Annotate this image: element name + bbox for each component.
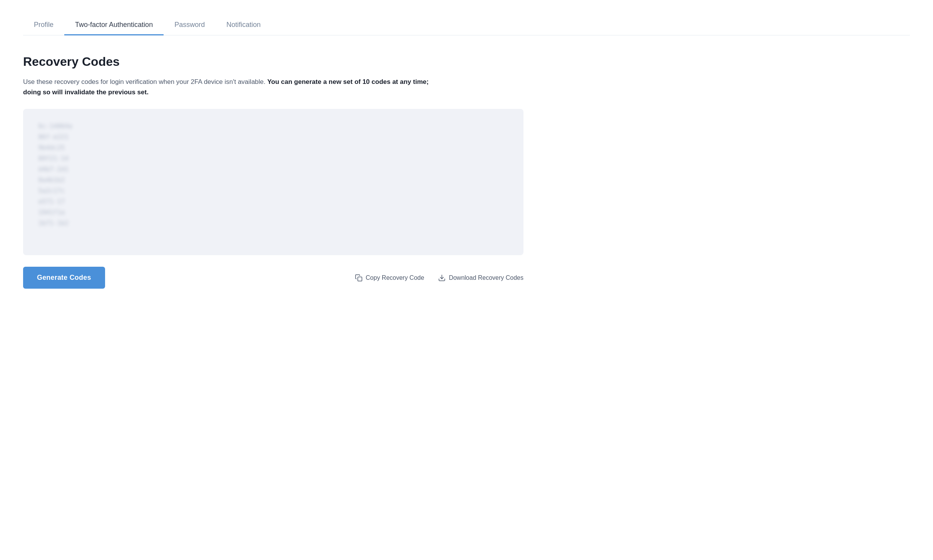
list-item: 1b71-1b2 (38, 220, 508, 227)
list-item: 5a2c17c (38, 187, 508, 194)
tab-two-factor[interactable]: Two-factor Authentication (64, 15, 164, 35)
list-item: 9b4dc25 (38, 144, 508, 151)
download-icon (438, 274, 446, 282)
tab-notification[interactable]: Notification (216, 15, 271, 35)
svg-rect-0 (358, 277, 362, 281)
list-item: 0a4b1b2 (38, 177, 508, 184)
list-item: e571-17 (38, 198, 508, 205)
page-title: Recovery Codes (23, 55, 523, 69)
copy-icon (355, 274, 363, 282)
list-item: 86f-e221 (38, 134, 508, 140)
main-content: Recovery Codes Use these recovery codes … (23, 35, 523, 304)
list-item: 1941f1a (38, 209, 508, 216)
recovery-codes-box: 6c-14864a86f-e2219b4dc2589f21-14d4b7-2d1… (23, 109, 523, 255)
copy-recovery-code-label: Copy Recovery Code (366, 274, 424, 281)
tab-password[interactable]: Password (164, 15, 216, 35)
copy-recovery-code-button[interactable]: Copy Recovery Code (355, 274, 424, 282)
description-plain: Use these recovery codes for login verif… (23, 78, 267, 85)
list-item: 89f21-14 (38, 155, 508, 162)
section-description: Use these recovery codes for login verif… (23, 77, 446, 97)
list-item: 6c-14864a (38, 123, 508, 130)
tab-profile[interactable]: Profile (23, 15, 64, 35)
actions-row: Generate Codes Copy Recovery Code (23, 267, 523, 289)
download-recovery-codes-label: Download Recovery Codes (449, 274, 523, 281)
list-item: d4b7-2d1 (38, 166, 508, 173)
generate-codes-button[interactable]: Generate Codes (23, 267, 105, 289)
codes-list: 6c-14864a86f-e2219b4dc2589f21-14d4b7-2d1… (38, 123, 508, 227)
download-recovery-codes-button[interactable]: Download Recovery Codes (438, 274, 523, 282)
action-links: Copy Recovery Code Download Recovery Cod… (355, 274, 523, 282)
tabs-nav: Profile Two-factor Authentication Passwo… (23, 0, 910, 35)
